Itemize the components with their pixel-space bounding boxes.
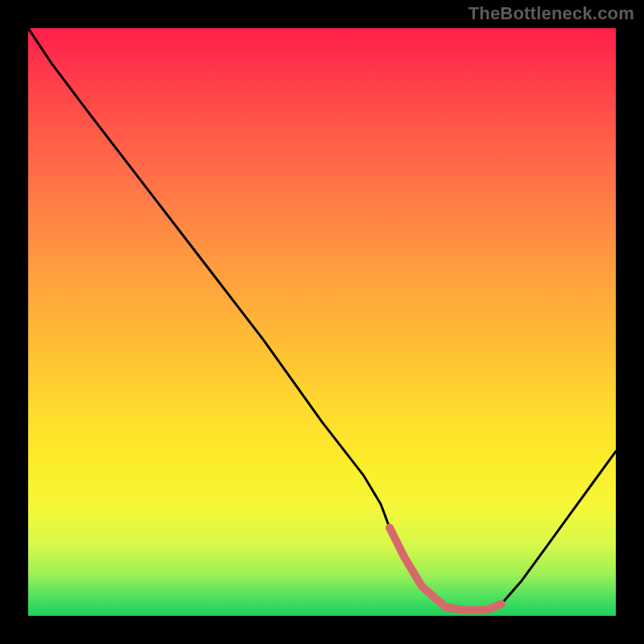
chart-lines [28,28,616,616]
chart-frame: TheBottleneck.com [0,0,644,644]
optimal-band-path [390,528,502,610]
watermark-text: TheBottleneck.com [469,3,634,24]
bottleneck-curve-path [28,28,616,610]
